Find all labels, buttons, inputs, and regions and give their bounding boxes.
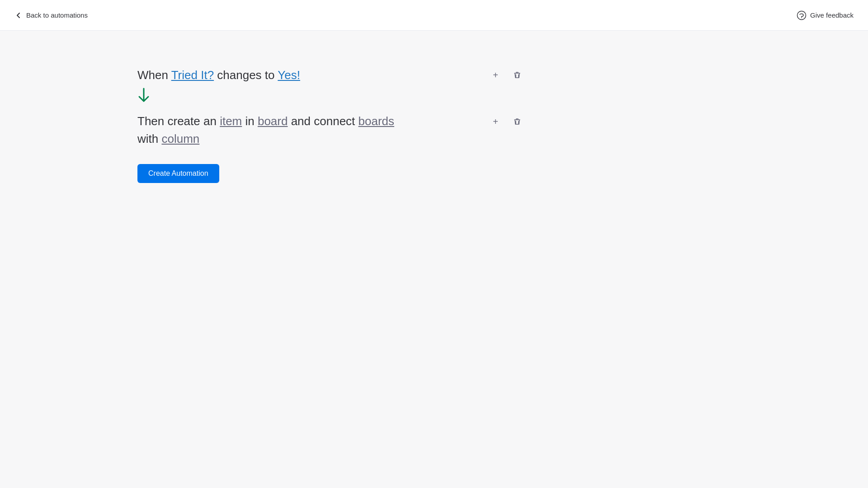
back-link-label: Back to automations	[26, 11, 88, 19]
feedback-link[interactable]: Give feedback	[797, 10, 854, 20]
arrow-down-icon	[137, 92, 150, 106]
trigger-value-link[interactable]: Yes!	[278, 68, 300, 82]
trigger-delete-button[interactable]	[510, 68, 524, 82]
trigger-text: When Tried It? changes to Yes!	[137, 67, 300, 83]
svg-point-0	[797, 11, 806, 19]
action-with-text: with	[137, 132, 161, 145]
action-in-text: in	[242, 114, 258, 128]
back-to-automations-link[interactable]: Back to automations	[14, 11, 88, 19]
action-prefix: Then create an	[137, 114, 220, 128]
arrow-down-container	[137, 88, 868, 105]
action-boards-link[interactable]: boards	[359, 114, 395, 128]
action-block-actions: +	[488, 113, 524, 129]
main-content: When Tried It? changes to Yes! + Then cr…	[0, 31, 868, 183]
header: Back to automations Give feedback	[0, 0, 868, 31]
feedback-label: Give feedback	[810, 11, 854, 19]
svg-point-1	[801, 17, 802, 18]
trigger-add-button[interactable]: +	[488, 68, 503, 82]
action-delete-button[interactable]	[510, 114, 524, 129]
trigger-prefix: When	[137, 68, 171, 82]
action-text: Then create an item in board and connect…	[137, 113, 394, 148]
trigger-field-link[interactable]: Tried It?	[171, 68, 214, 82]
trigger-middle: changes to	[214, 68, 278, 82]
action-board-link[interactable]: board	[258, 114, 288, 128]
create-automation-button[interactable]: Create Automation	[137, 164, 219, 183]
action-and-text: and connect	[288, 114, 358, 128]
action-add-button[interactable]: +	[488, 114, 503, 129]
action-column-link[interactable]: column	[161, 132, 199, 145]
back-arrow-icon	[14, 11, 23, 19]
feedback-icon	[797, 10, 807, 20]
trigger-block-actions: +	[488, 68, 524, 82]
action-item-link[interactable]: item	[220, 114, 242, 128]
